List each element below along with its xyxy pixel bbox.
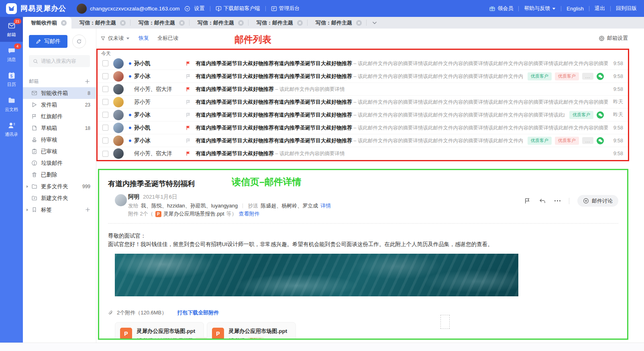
flag-gray-icon[interactable] bbox=[185, 74, 192, 79]
add-mailbox-icon[interactable] bbox=[85, 79, 90, 84]
folder-标签[interactable]: 标签 bbox=[23, 204, 96, 216]
folder-已删除[interactable]: 已删除 bbox=[23, 169, 96, 181]
row-checkbox[interactable] bbox=[102, 73, 108, 79]
mail-row[interactable]: 何小芳、宿大洋 有道内推季圣诞节目大叔好物推荐 – 该此邮件文件内容的摘要详情 … bbox=[98, 83, 628, 96]
wechat-icon[interactable] bbox=[597, 73, 604, 80]
admin-console-button[interactable]: 管理后台 bbox=[271, 5, 300, 12]
flag-gray-icon[interactable] bbox=[185, 99, 192, 105]
sender-avatar[interactable] bbox=[115, 194, 127, 206]
flag-gray-icon[interactable] bbox=[185, 112, 192, 118]
tab-close-icon[interactable] bbox=[120, 20, 126, 26]
tab-compose[interactable]: 写信：邮件主题 bbox=[249, 17, 308, 29]
account-email[interactable]: changycxczxvcxzala@office.163.com bbox=[90, 6, 190, 12]
tab-compose[interactable]: 写信：邮件主题 bbox=[190, 17, 249, 29]
row-checkbox[interactable] bbox=[102, 151, 108, 157]
add-tag-icon[interactable] bbox=[85, 207, 90, 212]
download-client-button[interactable]: 下载邮箱客户端 bbox=[216, 5, 260, 12]
mail-rows: 孙小凯 有道内推季圣诞节目大叔好物推荐有道内推季圣诞节目大叔好物推荐 – 该此邮… bbox=[98, 57, 628, 160]
tab-close-icon[interactable] bbox=[179, 20, 185, 26]
rail-item-mail[interactable]: 21 邮箱 bbox=[0, 17, 23, 42]
mail-row[interactable]: 孙小凯 有道内推季圣诞节目大叔好物推荐有道内推季圣诞节目大叔好物推荐 – 该此邮… bbox=[98, 57, 628, 70]
row-checkbox[interactable] bbox=[102, 112, 108, 118]
tab-compose[interactable]: 写信：邮件主题 bbox=[308, 17, 367, 29]
mail-row[interactable]: 罗小冰 有道内推季圣诞节目大叔好物推荐有道内推季圣诞节目大叔好物推荐 – 该此邮… bbox=[98, 70, 628, 83]
folder-草稿箱[interactable]: 草稿箱 18 bbox=[23, 122, 96, 134]
row-checkbox[interactable] bbox=[102, 138, 108, 144]
attachment-card[interactable]: P 灵犀办公应用市场图.ppt 15.2MB｜过期时间:无期限云附件 bbox=[115, 322, 204, 340]
mailbox-settings-button[interactable]: 邮箱设置 bbox=[599, 35, 628, 42]
mail-row[interactable]: 罗小冰 有道内推季圣诞节目大叔好物推荐有道内推季圣诞节目大叔好物推荐 – 该此邮… bbox=[98, 134, 628, 147]
row-checkbox[interactable] bbox=[102, 86, 108, 92]
tabs-overflow-icon[interactable] bbox=[367, 17, 383, 29]
flag-red-icon[interactable] bbox=[185, 86, 192, 92]
mail-row[interactable]: 苏小芳 有道内推季圣诞节目大叔好物推荐有道内推季圣诞节目大叔好物推荐 – 该此邮… bbox=[98, 96, 628, 109]
wechat-icon[interactable] bbox=[597, 137, 604, 144]
download-all-link[interactable]: 打包下载全部附件 bbox=[177, 309, 219, 316]
old-version-button[interactable]: 回到旧版 bbox=[616, 5, 637, 12]
mail-discuss-button[interactable]: 邮件讨论 bbox=[577, 195, 618, 207]
subject-summary: 有道内推季圣诞节目大叔好物推荐有道内推季圣诞节目大叔好物推荐 – 该此邮件文件内… bbox=[196, 99, 608, 106]
unread-dot bbox=[129, 62, 131, 65]
rail-item-calendar[interactable]: 5 日历 bbox=[0, 67, 23, 92]
flag-red-icon[interactable] bbox=[185, 125, 192, 131]
rail-item-docs[interactable]: 云文档 bbox=[0, 92, 23, 117]
more-actions-icon[interactable] bbox=[554, 200, 561, 202]
row-checkbox[interactable] bbox=[102, 60, 108, 66]
restore-button[interactable]: 恢复 bbox=[139, 35, 149, 42]
folder-更多文件夹[interactable]: 更多文件夹 999 bbox=[23, 181, 96, 192]
language-toggle[interactable]: English bbox=[567, 6, 584, 12]
tab-close-icon[interactable] bbox=[238, 20, 244, 26]
mail-tag: ... bbox=[582, 137, 593, 144]
tab-smart-inbox[interactable]: 智能收件箱 bbox=[23, 17, 71, 29]
rail-item-message[interactable]: 4 消息 bbox=[0, 42, 23, 67]
compose-button[interactable]: 写邮件 bbox=[29, 35, 67, 48]
sender-name: 孙小凯 bbox=[134, 60, 185, 67]
folder-待审核[interactable]: 待审核 bbox=[23, 134, 96, 146]
tab-compose[interactable]: 写信：邮件主题 bbox=[71, 17, 130, 29]
flag-red-icon[interactable] bbox=[185, 151, 192, 156]
search-input[interactable]: 请输入搜索内容 bbox=[29, 55, 90, 67]
user-avatar[interactable] bbox=[77, 4, 87, 14]
mark-all-read-button[interactable]: 全标已读 bbox=[157, 35, 178, 42]
mail-sidebar: 写邮件 请输入搜索内容 邮箱 智能收件箱 8 发件箱 23 bbox=[23, 29, 96, 343]
sender-name[interactable]: 阿明 bbox=[128, 193, 139, 201]
refresh-button[interactable] bbox=[72, 35, 86, 48]
row-checkbox[interactable] bbox=[102, 125, 108, 131]
account-switch-icon[interactable] bbox=[184, 6, 190, 12]
expand-caret-icon[interactable] bbox=[26, 208, 29, 211]
brand-logo-icon[interactable] bbox=[6, 3, 17, 14]
folder-发件箱[interactable]: 发件箱 23 bbox=[23, 99, 96, 111]
view-attachments-link[interactable]: 查看附件 bbox=[239, 210, 260, 218]
help-feedback-menu[interactable]: 帮助与反馈 bbox=[524, 5, 556, 12]
flag-toggle-icon[interactable] bbox=[524, 197, 531, 204]
logout-button[interactable]: 退出 bbox=[595, 5, 605, 12]
settings-button[interactable]: 设置 bbox=[194, 5, 205, 12]
folder-垃圾邮件[interactable]: 垃圾邮件 bbox=[23, 157, 96, 169]
mail-row[interactable]: 孙小凯 有道内推季圣诞节目大叔好物推荐有道内推季圣诞节目大叔好物推荐 – 该此邮… bbox=[98, 121, 628, 134]
mail-body-text: 面试官您好！我叫钱佳佳，留意到贵公司有招聘UI设计师一职，非常感兴趣。希望有机会… bbox=[108, 241, 493, 248]
rail-item-contacts[interactable]: 通讯录 bbox=[0, 117, 23, 142]
folder-新建文件夹[interactable]: 新建文件夹 bbox=[23, 192, 96, 204]
attachment-card[interactable]: P 灵犀办公应用市场图.ppt 15.2MB云附件 bbox=[207, 322, 296, 340]
row-checkbox[interactable] bbox=[102, 99, 108, 105]
mail-row[interactable]: 何小芳、宿大洋 有道内推季圣诞节目大叔好物推荐 – 该此邮件文件内容的摘要详情 … bbox=[98, 147, 628, 160]
annotation-detail: 读信页–邮件详情 bbox=[232, 176, 302, 188]
tab-close-icon[interactable] bbox=[356, 20, 362, 26]
rail-label: 通讯录 bbox=[5, 131, 18, 138]
folder-已审核[interactable]: 已审核 bbox=[23, 146, 96, 157]
rail-label: 消息 bbox=[7, 57, 16, 63]
folder-红旗邮件[interactable]: 红旗邮件 bbox=[23, 111, 96, 122]
reply-icon[interactable] bbox=[539, 198, 546, 204]
tab-close-icon[interactable] bbox=[61, 20, 67, 26]
flag-red-icon[interactable] bbox=[185, 61, 192, 66]
tab-compose[interactable]: 写信：邮件主题 bbox=[130, 17, 190, 29]
recipients-detail-link[interactable]: 详情 bbox=[320, 202, 331, 209]
vip-button[interactable]: 领会员 bbox=[489, 5, 513, 12]
expand-caret-icon[interactable] bbox=[26, 185, 29, 188]
wechat-icon[interactable] bbox=[597, 111, 604, 119]
flag-gray-icon[interactable] bbox=[185, 138, 192, 144]
filter-unread-dropdown[interactable]: 仅未读 bbox=[100, 35, 130, 42]
tab-close-icon[interactable] bbox=[297, 20, 303, 26]
mail-row[interactable]: 罗小冰 有道内推季圣诞节目大叔好物推荐有道内推季圣诞节目大叔好物推荐 – 该此邮… bbox=[98, 109, 628, 121]
folder-智能收件箱[interactable]: 智能收件箱 8 bbox=[23, 87, 96, 99]
